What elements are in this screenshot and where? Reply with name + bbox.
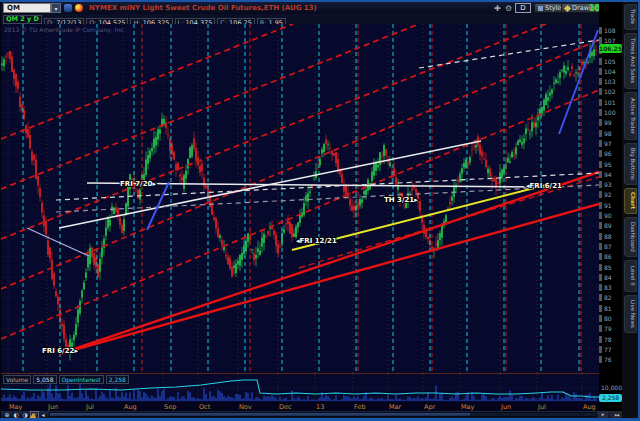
volume-bar — [105, 397, 106, 401]
volume-bar — [579, 398, 580, 401]
chart-annotation[interactable]: FRI 6/22▸ — [42, 347, 78, 355]
volume-bar — [131, 399, 132, 401]
volume-bar — [577, 398, 578, 401]
volume-bar — [193, 397, 194, 401]
candle-body — [491, 180, 493, 181]
volume-bar — [423, 399, 424, 401]
gadget-tab-level-ii[interactable]: Level II — [624, 260, 637, 292]
volume-bar — [483, 394, 484, 401]
candle-body — [205, 186, 207, 188]
pan-tool-icon[interactable]: ◑ — [21, 411, 29, 418]
settings-wrench-icon[interactable]: ⚙ — [504, 4, 513, 13]
candle-body — [519, 139, 521, 142]
time-axis[interactable]: MayJunJulAugSepOctNovDec13FebMarAprMayJu… — [1, 402, 599, 411]
volume-bar — [559, 399, 560, 401]
volume-bar — [209, 391, 210, 401]
volume-bar — [121, 392, 122, 401]
candle-body — [305, 196, 307, 201]
volume-bar — [555, 400, 556, 401]
volume-bar — [383, 400, 384, 401]
chart-annotation[interactable]: TH 3/21▸ — [384, 196, 418, 204]
chart-annotation[interactable]: ◂FRI 12/21 — [296, 237, 337, 245]
gadget-tab-chart[interactable]: Chart — [624, 188, 637, 214]
chart-annotation[interactable]: ◂FRI 6/21 — [526, 182, 562, 190]
crosshair-tool-icon[interactable]: ⊕ — [3, 411, 11, 418]
gadget-tab-trade[interactable]: Trade — [624, 4, 637, 30]
volume-bar — [203, 388, 204, 401]
volume-bar — [379, 399, 380, 401]
price-axis[interactable]: 1081071061051041031021011009998979695949… — [599, 0, 622, 421]
candle-body — [327, 144, 329, 145]
trend-line[interactable] — [27, 228, 89, 256]
volume-bar — [79, 383, 80, 401]
candle-body — [557, 81, 559, 82]
volume-bar — [451, 396, 452, 401]
candle-body — [167, 134, 169, 135]
volume-bar — [489, 400, 490, 401]
volume-bar — [149, 398, 150, 401]
candle-body — [51, 260, 53, 279]
candle-body — [331, 151, 333, 155]
candle-body — [363, 191, 365, 194]
trend-line[interactable] — [59, 204, 599, 354]
volume-bar — [445, 400, 446, 401]
cursor-style-icon[interactable]: ◐ — [12, 411, 20, 418]
chart-annotation[interactable]: FRI 7/20▸ — [120, 180, 156, 188]
gadget-tab-dashboard[interactable]: Dashboard — [624, 217, 637, 257]
volume-bar — [433, 398, 434, 401]
volume-bar — [371, 398, 372, 401]
volume-bar — [421, 398, 422, 401]
pencil-icon — [564, 4, 571, 11]
candle-body — [237, 261, 239, 264]
candle-body — [351, 206, 353, 212]
volume-bar — [163, 389, 164, 401]
gadget-tab-active-trader[interactable]: Active Trader — [624, 92, 637, 140]
volume-bar — [139, 391, 140, 401]
volume-bar — [73, 398, 74, 401]
scroll-right-icon[interactable]: ▸ — [598, 411, 608, 418]
collapse-left-icon[interactable]: ◂ — [39, 411, 47, 418]
candle-body — [561, 70, 563, 71]
volume-bar — [517, 399, 518, 401]
volume-bar — [31, 397, 32, 401]
volume-bar — [527, 399, 528, 401]
gadget-tab-live-news[interactable]: Live News — [624, 295, 637, 333]
time-scrollbar[interactable] — [49, 412, 597, 417]
candle-body — [467, 162, 469, 164]
chart-surface[interactable]: FRI 7/20▸FRI 6/22▸◂FRI 12/21TH 3/21▸◂FRI… — [1, 24, 599, 373]
volume-bar — [353, 396, 354, 401]
volume-bar — [21, 395, 22, 401]
scrollbar-thumb[interactable] — [50, 413, 470, 416]
candle-body — [531, 122, 533, 131]
pan-mode-icon[interactable]: ✚ — [493, 4, 502, 13]
volume-label: Volume — [3, 375, 31, 384]
volume-bar — [111, 397, 112, 401]
volume-bar — [11, 398, 12, 401]
volume-bar — [283, 398, 284, 401]
candle-body — [85, 273, 87, 278]
aggregation-dropdown[interactable]: D — [515, 3, 531, 13]
candle-body — [365, 190, 367, 195]
gadget-tab-times-and-sales[interactable]: Times And Sales — [624, 33, 637, 89]
volume-bar — [405, 399, 406, 401]
volume-bar — [173, 397, 174, 401]
trend-line[interactable] — [1, 40, 599, 289]
volume-bar — [237, 394, 238, 401]
candlestick-plot: FRI 7/20▸FRI 6/22▸◂FRI 12/21TH 3/21▸◂FRI… — [1, 24, 599, 373]
candle-body — [509, 161, 511, 162]
volume-bar — [277, 400, 278, 401]
volume-bar — [61, 399, 62, 401]
candle-body — [73, 335, 75, 341]
candle-body — [199, 166, 201, 173]
volume-bar — [1, 398, 2, 401]
candle-body — [291, 224, 293, 237]
trend-line[interactable] — [1, 90, 599, 339]
candle-body — [427, 237, 429, 239]
gadget-tab-big-buttons[interactable]: Big Buttons — [624, 143, 637, 185]
volume-bar — [227, 396, 228, 401]
candle-body — [147, 155, 149, 164]
volume-bar — [329, 398, 330, 401]
volume-bar — [55, 385, 56, 401]
volume-bar — [301, 400, 302, 401]
month-label: Aug — [583, 403, 596, 411]
